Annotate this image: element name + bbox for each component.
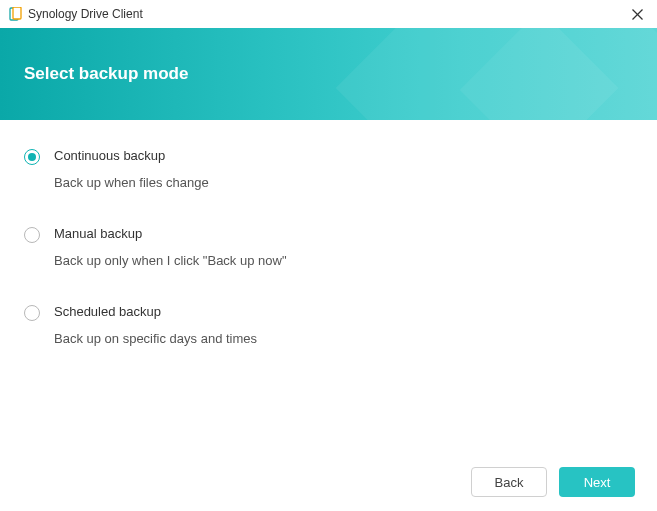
option-continuous: Continuous backup Back up when files cha… [24, 148, 633, 190]
option-text: Manual backup Back up only when I click … [54, 226, 633, 268]
option-text: Continuous backup Back up when files cha… [54, 148, 633, 190]
radio-manual[interactable] [24, 227, 40, 243]
content-area: Continuous backup Back up when files cha… [0, 120, 657, 346]
header-banner: Select backup mode [0, 28, 657, 120]
option-desc-scheduled: Back up on specific days and times [54, 331, 633, 346]
back-button[interactable]: Back [471, 467, 547, 497]
option-manual: Manual backup Back up only when I click … [24, 226, 633, 268]
title-bar: Synology Drive Client [0, 0, 657, 28]
option-text: Scheduled backup Back up on specific day… [54, 304, 633, 346]
svg-rect-1 [13, 7, 21, 19]
footer: Back Next [471, 467, 635, 497]
title-left: Synology Drive Client [8, 7, 143, 21]
app-icon [8, 7, 22, 21]
radio-continuous[interactable] [24, 149, 40, 165]
option-label-scheduled[interactable]: Scheduled backup [54, 304, 633, 319]
page-title: Select backup mode [24, 64, 188, 84]
option-desc-continuous: Back up when files change [54, 175, 633, 190]
option-label-manual[interactable]: Manual backup [54, 226, 633, 241]
option-desc-manual: Back up only when I click "Back up now" [54, 253, 633, 268]
next-button[interactable]: Next [559, 467, 635, 497]
option-label-continuous[interactable]: Continuous backup [54, 148, 633, 163]
radio-scheduled[interactable] [24, 305, 40, 321]
close-icon[interactable] [628, 5, 647, 24]
app-title: Synology Drive Client [28, 7, 143, 21]
option-scheduled: Scheduled backup Back up on specific day… [24, 304, 633, 346]
